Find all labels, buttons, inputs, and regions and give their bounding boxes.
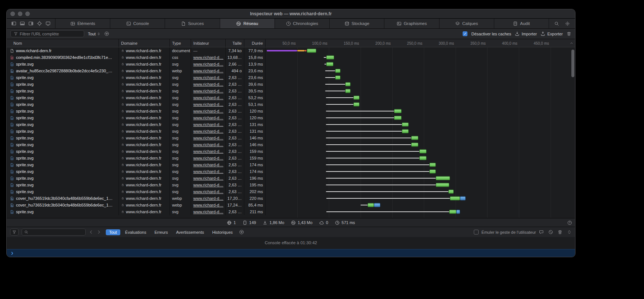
- console-forward-icon[interactable]: [96, 230, 101, 235]
- table-row[interactable]: sprite.svgwww.richard-dern.frsvgwww.rich…: [7, 135, 575, 141]
- column-header-name[interactable]: Nom: [7, 39, 119, 47]
- disable-caches-checkbox[interactable]: ✓: [463, 31, 467, 36]
- emulate-user-gesture-checkbox[interactable]: [474, 230, 479, 235]
- initiator-link[interactable]: www.richard-d…: [193, 116, 223, 120]
- initiator-link[interactable]: www.richard-d…: [193, 82, 223, 86]
- column-header-type[interactable]: Type: [170, 39, 191, 47]
- table-row[interactable]: sprite.svgwww.richard-dern.frsvgwww.rich…: [7, 188, 575, 195]
- console-tab-2[interactable]: Erreurs: [151, 229, 171, 235]
- column-header-size[interactable]: Taille: [226, 39, 244, 47]
- table-row[interactable]: www.richard-dern.frwww.richard-dern.frdo…: [7, 47, 575, 54]
- console-tab-3[interactable]: Avertissements: [173, 229, 207, 235]
- initiator-link[interactable]: www.richard-d…: [193, 176, 223, 180]
- table-row[interactable]: sprite.svgwww.richard-dern.frsvgwww.rich…: [7, 94, 575, 101]
- initiator-link[interactable]: www.richard-d…: [193, 142, 223, 147]
- tab-sources[interactable]: Sources: [165, 19, 219, 28]
- tab-network[interactable]: Réseau: [220, 19, 275, 28]
- expand-console-icon[interactable]: [567, 230, 572, 235]
- console-tab-4[interactable]: Historiques: [209, 229, 236, 235]
- table-row[interactable]: sprite.svgwww.richard-dern.frsvgwww.rich…: [7, 81, 575, 88]
- table-row[interactable]: sprite.svgwww.richard-dern.frsvgwww.rich…: [7, 175, 575, 182]
- table-row[interactable]: avatar_hu85ecc3e298728880b0bde2dcc4e5c23…: [7, 67, 575, 74]
- element-picker-icon[interactable]: [37, 21, 42, 26]
- initiator-link[interactable]: www.richard-d…: [193, 189, 223, 194]
- import-button[interactable]: Importer: [515, 31, 537, 36]
- column-header-domain[interactable]: Domaine: [119, 39, 170, 47]
- table-row[interactable]: sprite.svgwww.richard-dern.frsvgwww.rich…: [7, 155, 575, 161]
- dock-bottom-icon[interactable]: [20, 21, 25, 26]
- table-row[interactable]: sprite.svgwww.richard-dern.frsvgwww.rich…: [7, 161, 575, 168]
- table-row[interactable]: cover_hu736519dc3b5040cfa48b6b559b6de6ec…: [7, 195, 575, 202]
- table-row[interactable]: sprite.svgwww.richard-dern.frsvgwww.rich…: [7, 61, 575, 67]
- clear-network-trash-icon[interactable]: [567, 31, 571, 36]
- tab-elements[interactable]: Éléments: [55, 19, 110, 28]
- tab-storage[interactable]: Stockage: [329, 19, 384, 28]
- table-row[interactable]: sprite.svgwww.richard-dern.frsvgwww.rich…: [7, 141, 575, 148]
- table-row[interactable]: sprite.svgwww.richard-dern.frsvgwww.rich…: [7, 208, 575, 215]
- initiator-link[interactable]: www.richard-d…: [193, 196, 223, 201]
- table-row[interactable]: sprite.svgwww.richard-dern.frsvgwww.rich…: [7, 88, 575, 94]
- table-row[interactable]: sprite.svgwww.richard-dern.frsvgwww.rich…: [7, 108, 575, 114]
- initiator-link[interactable]: www.richard-d…: [193, 95, 223, 100]
- initiator-link[interactable]: www.richard-d…: [193, 102, 223, 107]
- resource-type-dropdown[interactable]: Tout: [88, 32, 101, 36]
- initiator-link[interactable]: www.richard-d…: [193, 163, 223, 167]
- initiator-link[interactable]: www.richard-d…: [193, 62, 223, 66]
- column-header-duration[interactable]: Durée: [244, 39, 266, 47]
- tab-timelines[interactable]: Chronologies: [275, 19, 329, 28]
- waterfall-green-segment: [450, 196, 460, 201]
- console-back-icon[interactable]: [89, 230, 93, 235]
- tab-graphics[interactable]: Graphismes: [384, 19, 439, 28]
- resource-domain: www.richard-dern.fr: [126, 176, 161, 180]
- table-row[interactable]: sprite.svgwww.richard-dern.frsvgwww.rich…: [7, 182, 575, 188]
- initiator-link[interactable]: www.richard-d…: [193, 149, 223, 154]
- collapse-waterfall-icon[interactable]: [570, 41, 574, 45]
- initiator-link[interactable]: www.richard-d…: [193, 210, 223, 214]
- initiator-link[interactable]: www.richard-d…: [193, 183, 223, 187]
- initiator-link[interactable]: www.richard-d…: [193, 136, 223, 140]
- export-button[interactable]: Exporter: [540, 31, 563, 36]
- clear-console-icon[interactable]: [548, 230, 553, 235]
- console-trash-icon[interactable]: [558, 230, 562, 235]
- console-prompt[interactable]: [7, 249, 575, 257]
- console-tab-0[interactable]: Tout: [106, 229, 120, 235]
- table-scrollbar[interactable]: [571, 49, 574, 216]
- gear-icon[interactable]: [565, 21, 570, 26]
- table-row[interactable]: sprite.svgwww.richard-dern.frsvgwww.rich…: [7, 121, 575, 128]
- console-filter-button[interactable]: [10, 229, 19, 236]
- initiator-link[interactable]: www.richard-d…: [193, 109, 223, 113]
- console-messages-icon[interactable]: [539, 230, 544, 235]
- initiator-link[interactable]: www.richard-d…: [193, 122, 223, 127]
- tab-audit[interactable]: Audit: [494, 19, 549, 28]
- console-filter-circle-icon[interactable]: [239, 230, 244, 235]
- table-row[interactable]: sprite.svgwww.richard-dern.frsvgwww.rich…: [7, 128, 575, 135]
- search-icon[interactable]: [554, 21, 559, 26]
- initiator-link[interactable]: www.richard-d…: [193, 69, 223, 73]
- table-row[interactable]: sprite.svgwww.richard-dern.frsvgwww.rich…: [7, 168, 575, 175]
- device-icon[interactable]: [45, 21, 51, 26]
- table-row[interactable]: sprite.svgwww.richard-dern.frsvgwww.rich…: [7, 148, 575, 155]
- dock-left-icon[interactable]: [11, 21, 16, 26]
- help-icon[interactable]: [567, 220, 572, 225]
- table-row[interactable]: cover_hu736519dc3b5040cfa48b6b559b6de6ec…: [7, 202, 575, 208]
- dock-right-icon[interactable]: [28, 21, 34, 26]
- column-header-initiator[interactable]: Initiateur: [191, 39, 226, 47]
- initiator-link[interactable]: www.richard-d…: [193, 169, 223, 174]
- table-row[interactable]: compiled.min.38390909f303624ed9e1cf1bd3f…: [7, 54, 575, 61]
- initiator-link[interactable]: www.richard-d…: [193, 55, 223, 60]
- scrollbar-thumb[interactable]: [571, 50, 574, 77]
- table-row[interactable]: sprite.svgwww.richard-dern.frsvgwww.rich…: [7, 74, 575, 81]
- filter-options-icon[interactable]: [104, 31, 109, 36]
- console-search-input[interactable]: [22, 229, 86, 236]
- initiator-link[interactable]: www.richard-d…: [193, 156, 223, 160]
- table-row[interactable]: sprite.svgwww.richard-dern.frsvgwww.rich…: [7, 101, 575, 108]
- tab-console[interactable]: Console: [110, 19, 165, 28]
- initiator-link[interactable]: www.richard-d…: [193, 203, 223, 207]
- url-filter-input[interactable]: Filtrer l'URL complète: [10, 30, 84, 37]
- tab-layers[interactable]: Calques: [439, 19, 494, 28]
- initiator-link[interactable]: www.richard-d…: [193, 89, 223, 93]
- initiator-link[interactable]: www.richard-d…: [193, 75, 223, 80]
- initiator-link[interactable]: www.richard-d…: [193, 129, 223, 133]
- console-tab-1[interactable]: Évaluations: [122, 229, 150, 235]
- table-row[interactable]: sprite.svgwww.richard-dern.frsvgwww.rich…: [7, 114, 575, 121]
